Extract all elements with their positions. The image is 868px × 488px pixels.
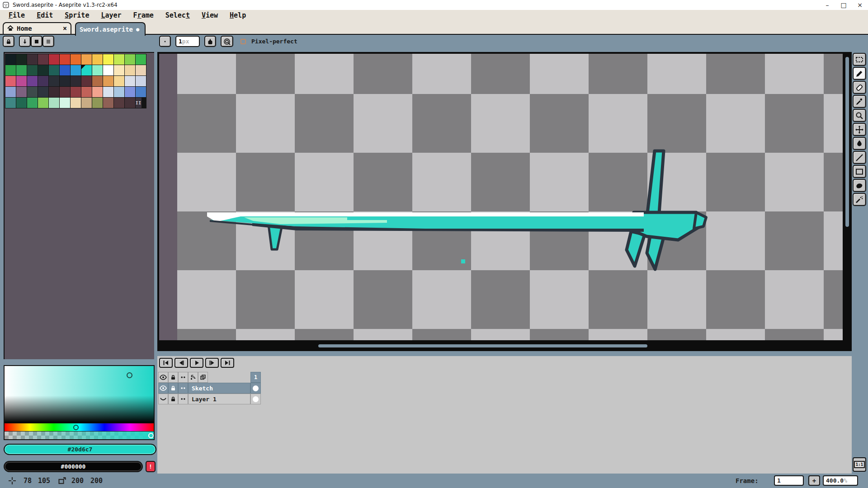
palette-swatch-4-7[interactable] xyxy=(81,98,92,108)
palette-swatch-3-3[interactable] xyxy=(38,87,48,97)
menu-layer[interactable]: Layer xyxy=(95,10,127,21)
palette-swatch-0-8[interactable] xyxy=(92,54,103,65)
palette-swatch-0-11[interactable] xyxy=(125,54,135,65)
tool-eyedropper-button[interactable] xyxy=(853,95,866,108)
hue-slider[interactable] xyxy=(5,423,154,431)
palette-swatch-2-4[interactable] xyxy=(49,76,59,86)
timeline-duplicate-toggle[interactable] xyxy=(198,372,208,383)
add-frame-button[interactable]: + xyxy=(808,475,820,486)
palette-lock-button[interactable] xyxy=(3,36,14,47)
palette-swatch-3-4[interactable] xyxy=(49,87,59,97)
palette-swatch-3-11[interactable] xyxy=(125,87,135,97)
layer-name[interactable]: Sketch xyxy=(188,383,250,394)
palette-swatch-0-10[interactable] xyxy=(114,54,124,65)
sprite-canvas[interactable] xyxy=(159,54,843,340)
palette-swatch-3-9[interactable] xyxy=(103,87,113,97)
palette-swatch-4-9[interactable] xyxy=(103,98,113,108)
palette-options-button[interactable] xyxy=(42,36,54,47)
palette-swatch-1-8[interactable] xyxy=(92,65,103,75)
tab-sprite-active[interactable]: Sword.aseprite ● xyxy=(75,22,146,36)
brush-type-button[interactable] xyxy=(159,36,171,47)
palette-swatch-1-9[interactable] xyxy=(103,65,113,75)
next-frame-button[interactable] xyxy=(205,358,219,368)
palette-swatch-1-3[interactable] xyxy=(38,65,48,75)
hue-marker[interactable] xyxy=(73,425,79,430)
palette-swatch-2-12[interactable] xyxy=(136,76,146,86)
palette-warning-button[interactable]: ! xyxy=(146,461,156,472)
palette-swatch-2-5[interactable] xyxy=(60,76,70,86)
cel-frame-1[interactable] xyxy=(250,383,261,394)
foreground-color-button[interactable]: #20d6c7 xyxy=(4,444,156,455)
palette-swatch-1-5[interactable] xyxy=(60,65,70,75)
palette-swatch-2-7[interactable] xyxy=(81,76,92,86)
timeline-onion-skin-toggle[interactable] xyxy=(188,372,198,383)
palette-swatch-0-0[interactable] xyxy=(5,54,16,65)
palette-swatch-0-12[interactable] xyxy=(136,54,146,65)
maximize-button[interactable]: □ xyxy=(835,0,852,10)
palette-swatch-1-6[interactable] xyxy=(71,65,81,75)
palette-swatch-2-8[interactable] xyxy=(92,76,103,86)
timeline-eye-toggle[interactable] xyxy=(158,372,168,383)
alpha-slider[interactable] xyxy=(5,432,154,439)
palette-swatch-3-6[interactable] xyxy=(71,87,81,97)
layer-row-layer-1[interactable]: Layer 1 xyxy=(158,394,261,404)
palette-swatch-2-0[interactable] xyxy=(5,76,16,86)
tab-home-close-icon[interactable]: × xyxy=(63,24,67,33)
palette-swatch-3-1[interactable] xyxy=(16,87,27,97)
close-button[interactable]: × xyxy=(852,0,868,10)
brush-size-input[interactable]: 1px xyxy=(175,36,200,47)
tool-jumble-button[interactable] xyxy=(853,193,866,206)
palette-swatch-1-2[interactable] xyxy=(27,65,38,75)
layer-continuous-toggle[interactable] xyxy=(178,383,188,394)
palette-swatch-1-4[interactable] xyxy=(49,65,59,75)
zoom-input[interactable]: 400.0% xyxy=(823,475,858,486)
palette-swatch-0-5[interactable] xyxy=(60,54,70,65)
palette-swatch-3-8[interactable] xyxy=(92,87,103,97)
alpha-marker[interactable] xyxy=(148,433,154,438)
tool-eraser-button[interactable] xyxy=(853,81,866,94)
go-first-button[interactable] xyxy=(159,358,173,368)
palette-swatch-1-7[interactable] xyxy=(81,65,92,75)
palette-swatch-4-3[interactable] xyxy=(38,98,48,108)
palette-swatch-0-3[interactable] xyxy=(38,54,48,65)
palette-swatch-1-1[interactable] xyxy=(16,65,27,75)
palette-swatch-3-12[interactable] xyxy=(136,87,146,97)
menu-edit[interactable]: Edit xyxy=(31,10,59,21)
layer-row-sketch[interactable]: Sketch xyxy=(158,383,261,394)
layer-continuous-toggle[interactable] xyxy=(178,394,188,404)
frame-header-1[interactable]: 1 xyxy=(250,372,261,383)
palette-swatch-4-4[interactable] xyxy=(49,98,59,108)
menu-select[interactable]: Select xyxy=(160,10,196,21)
palette-resize-handle[interactable]: II xyxy=(136,98,142,108)
tool-paint-bucket-button[interactable] xyxy=(853,137,866,150)
palette-swatch-4-8[interactable] xyxy=(92,98,103,108)
pixel-ratio-button[interactable]: 1:1 xyxy=(853,457,866,472)
palette-swatch-0-9[interactable] xyxy=(103,54,113,65)
palette-swatch-1-12[interactable] xyxy=(136,65,146,75)
dithering-button[interactable] xyxy=(221,36,233,47)
menu-file[interactable]: File xyxy=(3,10,31,21)
palette-swatch-4-11[interactable] xyxy=(125,98,135,108)
palette-swatch-1-11[interactable] xyxy=(125,65,135,75)
palette-swatch-0-2[interactable] xyxy=(27,54,38,65)
palette-swatch-4-1[interactable] xyxy=(16,98,27,108)
prev-frame-button[interactable] xyxy=(175,358,188,368)
tool-move-button[interactable] xyxy=(853,123,866,136)
menu-help[interactable]: Help xyxy=(224,10,252,21)
pixel-perfect-checkbox[interactable] xyxy=(241,39,246,44)
palette-swatch-3-7[interactable] xyxy=(81,87,92,97)
palette-swatch-0-6[interactable] xyxy=(71,54,81,65)
sv-marker[interactable] xyxy=(127,372,132,378)
background-color-button[interactable]: #000000 xyxy=(4,461,143,472)
palette-swatch-2-1[interactable] xyxy=(16,76,27,86)
tool-rectangular-marquee-button[interactable] xyxy=(853,53,866,66)
palette-presets-button[interactable] xyxy=(31,36,42,47)
tool-rectangle-button[interactable] xyxy=(853,165,866,178)
tool-pencil-button[interactable] xyxy=(853,67,866,80)
palette-swatch-2-11[interactable] xyxy=(125,76,135,86)
tab-home[interactable]: Home × xyxy=(3,22,71,34)
layer-name[interactable]: Layer 1 xyxy=(188,394,250,404)
minimize-button[interactable]: – xyxy=(819,0,835,10)
play-button[interactable] xyxy=(190,358,203,368)
layer-visibility-toggle[interactable] xyxy=(158,394,168,404)
